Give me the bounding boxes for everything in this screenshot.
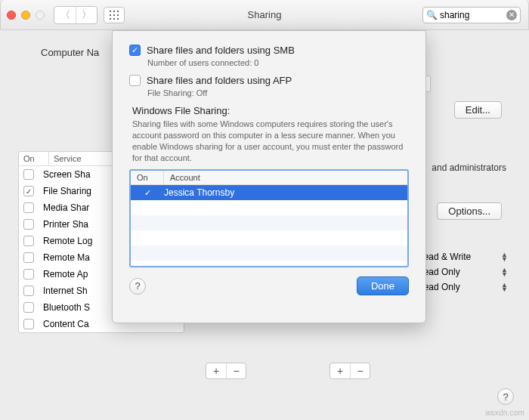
stepper-icon[interactable]: ▲▼ [501, 283, 508, 292]
watermark: wsxdn.com [485, 409, 524, 417]
permission-row[interactable]: Read & Write▲▼ [417, 249, 508, 264]
service-checkbox[interactable] [23, 219, 34, 230]
clear-search-icon[interactable]: ✕ [506, 10, 517, 20]
add-user-button[interactable]: + [330, 363, 350, 378]
close-window-icon[interactable] [7, 11, 16, 20]
afp-label: Share files and folders using AFP [147, 75, 292, 86]
stepper-icon[interactable]: ▲▼ [501, 267, 508, 276]
col-on: On [19, 152, 49, 165]
permission-row[interactable]: Read Only▲▼ [417, 264, 508, 279]
permissions-list: Read & Write▲▼ Read Only▲▼ Read Only▲▼ [417, 249, 508, 295]
search-input[interactable] [440, 10, 506, 20]
service-checkbox[interactable] [23, 186, 34, 196]
smb-subtext: Number of users connected: 0 [147, 58, 409, 67]
options-sheet: ✓ Share files and folders using SMB Numb… [112, 30, 426, 323]
account-row-empty [131, 215, 407, 230]
service-label: Content Ca [43, 319, 89, 329]
edit-button[interactable]: Edit... [454, 101, 502, 119]
service-checkbox[interactable] [23, 169, 34, 180]
service-checkbox[interactable] [23, 319, 34, 329]
afp-checkbox[interactable] [129, 75, 141, 86]
account-row-empty [131, 200, 407, 215]
service-checkbox[interactable] [23, 302, 34, 313]
account-row[interactable]: ✓ Jessica Thornsby [131, 185, 407, 200]
svg-rect-5 [117, 14, 119, 16]
smb-row[interactable]: ✓ Share files and folders using SMB [129, 45, 409, 56]
accounts-header: On Account [131, 171, 407, 185]
options-button[interactable]: Options... [437, 202, 502, 220]
search-field[interactable]: 🔍 ✕ [422, 7, 521, 23]
remove-user-button[interactable]: − [350, 363, 370, 378]
grid-icon [110, 11, 119, 20]
service-checkbox[interactable] [23, 202, 34, 213]
done-button[interactable]: Done [357, 276, 409, 295]
search-icon: 🔍 [426, 10, 438, 20]
account-checkbox[interactable]: ✓ [144, 188, 151, 198]
smb-label: Share files and folders using SMB [147, 45, 295, 56]
service-label: Bluetooth S [43, 302, 90, 313]
minimize-window-icon[interactable] [21, 11, 30, 20]
account-row-empty [131, 230, 407, 246]
col-service: Service [49, 152, 86, 165]
forward-button[interactable]: 〉 [76, 7, 97, 23]
service-label: Screen Sha [43, 169, 91, 180]
svg-rect-4 [113, 14, 115, 16]
smb-checkbox[interactable]: ✓ [129, 45, 141, 56]
wfs-title: Windows File Sharing: [132, 105, 409, 116]
show-all-prefs-button[interactable] [104, 7, 125, 23]
admins-text: and administrators [432, 162, 506, 173]
users-add-remove: + − [329, 363, 370, 379]
svg-rect-2 [117, 11, 119, 12]
add-folder-button[interactable]: + [206, 363, 226, 378]
svg-rect-1 [113, 11, 115, 12]
service-checkbox[interactable] [23, 252, 34, 263]
zoom-window-icon [36, 11, 45, 20]
service-label: Printer Sha [43, 219, 88, 230]
nav-back-forward: 〈 〉 [54, 6, 97, 24]
service-label: Remote Ap [43, 269, 88, 279]
service-label: Remote Ma [43, 252, 90, 263]
help-button[interactable]: ? [497, 388, 514, 405]
window-titlebar: 〈 〉 Sharing 🔍 ✕ [0, 0, 529, 30]
folders-add-remove: + − [206, 363, 246, 379]
sheet-help-button[interactable]: ? [129, 278, 146, 295]
service-label: Remote Log [43, 236, 92, 246]
svg-rect-0 [110, 11, 111, 12]
permission-row[interactable]: Read Only▲▼ [417, 279, 508, 295]
stepper-icon[interactable]: ▲▼ [501, 252, 508, 261]
col-on: On [131, 171, 164, 184]
service-checkbox[interactable] [23, 269, 34, 279]
afp-row[interactable]: Share files and folders using AFP [129, 75, 409, 86]
remove-folder-button[interactable]: − [226, 363, 246, 378]
accounts-table: On Account ✓ Jessica Thornsby [129, 169, 409, 267]
service-checkbox[interactable] [23, 236, 34, 246]
wfs-description: Sharing files with some Windows computer… [132, 119, 404, 163]
col-account: Account [164, 171, 206, 184]
account-name: Jessica Thornsby [164, 187, 234, 198]
afp-subtext: File Sharing: Off [147, 88, 409, 97]
service-label: Media Shar [43, 202, 89, 213]
svg-rect-7 [113, 18, 115, 20]
service-label: File Sharing [43, 186, 91, 196]
service-label: Internet Sh [43, 286, 88, 296]
window-controls [7, 11, 45, 20]
account-row-empty [131, 246, 407, 261]
back-button[interactable]: 〈 [54, 7, 76, 23]
svg-rect-8 [117, 18, 119, 20]
window-title: Sharing [248, 9, 282, 20]
svg-rect-3 [110, 14, 111, 16]
service-checkbox[interactable] [23, 286, 34, 296]
svg-rect-6 [110, 18, 111, 20]
